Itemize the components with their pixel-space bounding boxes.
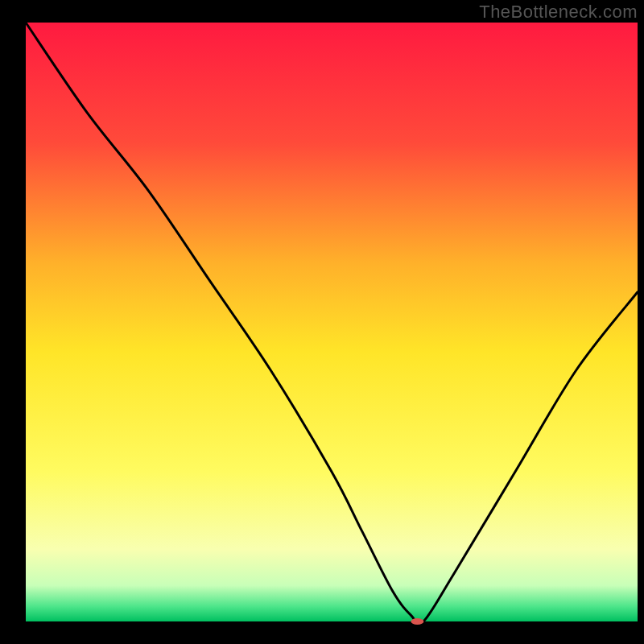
plot-background	[26, 23, 638, 621]
chart-frame: TheBottleneck.com	[0, 0, 644, 644]
optimal-marker	[411, 618, 423, 625]
bottleneck-chart	[0, 0, 644, 644]
watermark-label: TheBottleneck.com	[479, 2, 638, 23]
